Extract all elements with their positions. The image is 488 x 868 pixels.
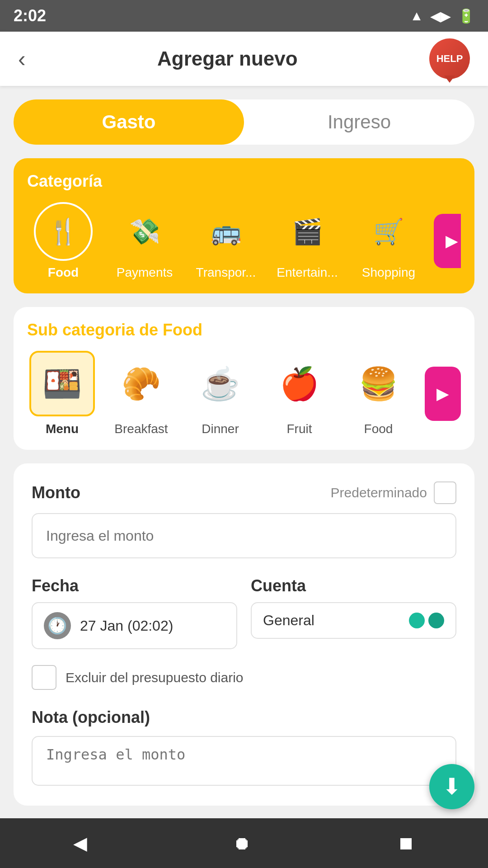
status-bar: 2:02 ▲ ◀▶ 🔋 <box>0 0 488 32</box>
subcategory-name-food: Food <box>364 422 393 436</box>
exclude-row: Excluir del presupuesto diario <box>32 665 456 690</box>
date-account-row: Fecha 🕐 27 Jan (02:02) Cuenta General <box>32 576 456 649</box>
tab-gasto[interactable]: Gasto <box>14 99 244 145</box>
nav-back-button[interactable]: ◀ <box>73 833 87 854</box>
subcategory-section: Sub categoria de Food 🍱 Menu 🥐 Breakfast… <box>14 307 474 450</box>
fecha-col: Fecha 🕐 27 Jan (02:02) <box>32 576 237 649</box>
subcategory-name-fruit: Fruit <box>287 422 312 436</box>
account-dots <box>409 613 444 628</box>
predeterminado-text: Predeterminado <box>331 485 427 500</box>
category-item-entertainment[interactable]: 🎬 Entertain... <box>271 202 343 280</box>
amount-input[interactable] <box>32 513 456 558</box>
download-icon: ⬇ <box>442 774 461 800</box>
breakfast-subcategory-icon: 🥐 <box>108 351 174 416</box>
subcategory-item-food[interactable]: 🍔 Food <box>343 351 413 436</box>
subcategory-item-breakfast[interactable]: 🥐 Breakfast <box>106 351 176 436</box>
food-subcategory-icon: 🍔 <box>346 351 411 416</box>
menu-subcategory-icon: 🍱 <box>29 351 95 416</box>
category-item-transport[interactable]: 🚌 Transpor... <box>190 202 262 280</box>
subcategory-list: 🍱 Menu 🥐 Breakfast ☕ Dinner 🍎 Fruit 🍔 <box>27 351 461 436</box>
category-name-payments: Payments <box>117 265 173 280</box>
status-time: 2:02 <box>14 6 46 25</box>
cuenta-col: Cuenta General <box>251 576 456 649</box>
signal-icon: ▲ <box>410 8 423 24</box>
subcategory-name-dinner: Dinner <box>202 422 239 436</box>
category-item-food[interactable]: 🍴 Food <box>27 202 99 280</box>
page-title: Agregar nuevo <box>157 47 298 70</box>
header: ‹ Agregar nuevo HELP <box>0 32 488 86</box>
nav-recents-button[interactable]: ⏹ <box>397 833 415 854</box>
nav-home-button[interactable]: ⏺ <box>233 833 251 854</box>
payments-category-icon: 💸 <box>115 202 174 261</box>
exclude-checkbox[interactable] <box>32 665 56 690</box>
nota-input[interactable] <box>32 736 456 786</box>
fecha-label: Fecha <box>32 576 237 595</box>
category-name-entertainment: Entertain... <box>277 265 338 280</box>
status-icons: ▲ ◀▶ 🔋 <box>410 8 474 24</box>
form-section: Monto Predeterminado Fecha 🕐 27 Jan (02:… <box>14 463 474 806</box>
nota-label: Nota (opcional) <box>32 708 456 727</box>
category-item-shopping[interactable]: 🛒 Shopping <box>352 202 425 280</box>
amount-row: Monto Predeterminado <box>32 481 456 504</box>
fruit-subcategory-icon: 🍎 <box>267 351 332 416</box>
subcategory-item-fruit[interactable]: 🍎 Fruit <box>264 351 334 436</box>
subcategory-next-button[interactable]: ▶ <box>425 367 461 421</box>
category-name-transport: Transpor... <box>196 265 256 280</box>
category-label: Categoría <box>27 172 461 191</box>
subcategory-name-breakfast: Breakfast <box>114 422 168 436</box>
amount-label: Monto <box>32 483 80 502</box>
subcategory-item-dinner[interactable]: ☕ Dinner <box>185 351 255 436</box>
help-button[interactable]: HELP <box>429 38 470 79</box>
category-item-payments[interactable]: 💸 Payments <box>108 202 181 280</box>
transport-category-icon: 🚌 <box>197 202 255 261</box>
date-picker[interactable]: 🕐 27 Jan (02:02) <box>32 602 237 649</box>
category-name-shopping: Shopping <box>362 265 415 280</box>
category-next-button[interactable]: ▶ <box>434 214 461 268</box>
predeterminado-checkbox[interactable] <box>434 481 456 504</box>
predeterminado-row: Predeterminado <box>331 481 456 504</box>
cuenta-label: Cuenta <box>251 576 456 595</box>
clock-icon: 🕐 <box>44 612 71 639</box>
subcategory-title: Sub categoria de Food <box>27 321 461 340</box>
entertainment-category-icon: 🎬 <box>278 202 337 261</box>
category-list: 🍴 Food 💸 Payments 🚌 Transpor... 🎬 Entert… <box>27 202 461 280</box>
tab-ingreso[interactable]: Ingreso <box>244 99 474 145</box>
category-name-food: Food <box>48 265 79 280</box>
shopping-category-icon: 🛒 <box>359 202 418 261</box>
account-value: General <box>263 612 314 629</box>
dot-2 <box>428 613 444 628</box>
subcategory-name-menu: Menu <box>46 422 79 436</box>
dot-1 <box>409 613 425 628</box>
wifi-icon: ◀▶ <box>430 8 451 24</box>
dinner-subcategory-icon: ☕ <box>188 351 253 416</box>
battery-icon: 🔋 <box>458 8 474 24</box>
date-value: 27 Jan (02:02) <box>80 618 173 634</box>
category-section: Categoría 🍴 Food 💸 Payments 🚌 Transpor..… <box>14 158 474 293</box>
tab-switcher: Gasto Ingreso <box>14 99 474 145</box>
back-button[interactable]: ‹ <box>18 46 26 72</box>
exclude-label: Excluir del presupuesto diario <box>66 670 244 685</box>
download-fab-button[interactable]: ⬇ <box>429 764 474 809</box>
bottom-navigation: ◀ ⏺ ⏹ <box>0 818 488 868</box>
account-picker[interactable]: General <box>251 602 456 639</box>
main-content: Gasto Ingreso Categoría 🍴 Food 💸 Payment… <box>0 86 488 819</box>
subcategory-item-menu[interactable]: 🍱 Menu <box>27 351 97 436</box>
food-category-icon: 🍴 <box>34 202 93 261</box>
